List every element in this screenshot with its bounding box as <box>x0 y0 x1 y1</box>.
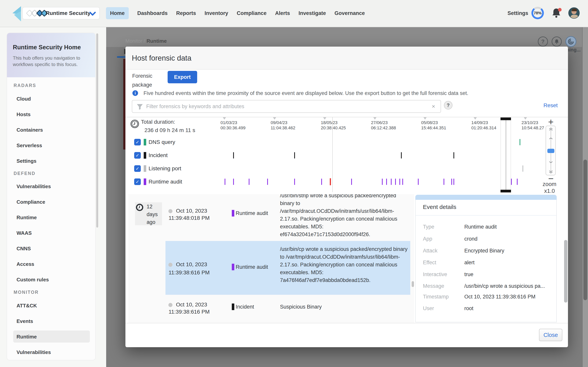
nav-item-home[interactable]: Home <box>106 7 129 19</box>
sidebar-item-vulnerabilities[interactable]: Vulnerabilities <box>17 184 51 190</box>
checkbox-listening-port[interactable]: ✓ <box>134 165 141 172</box>
timeline-cursor-line <box>332 117 333 192</box>
legend-swatch <box>144 139 146 145</box>
nav-item-inventory[interactable]: Inventory <box>205 7 228 19</box>
sidebar-item-containers[interactable]: Containers <box>17 127 43 133</box>
credits-progress-ring[interactable]: 78% <box>531 7 544 19</box>
zoom-level-label: zoom <box>538 181 561 187</box>
timeline-event-tick <box>249 179 250 185</box>
close-button[interactable]: Close <box>539 329 562 341</box>
filter-help-icon[interactable]: ? <box>444 101 452 109</box>
sidebar-item-cnns[interactable]: CNNS <box>17 246 31 252</box>
sidebar: Runtime Security Home This hub offers yo… <box>0 27 106 367</box>
detail-value-interactive: true <box>464 271 474 277</box>
event-details-title: Event details <box>423 204 456 210</box>
event-dot <box>168 303 173 307</box>
sidebar-card: Runtime Security Home This hub offers yo… <box>7 33 96 360</box>
notifications-bell-icon[interactable] <box>550 7 562 19</box>
sidebar-item-waas[interactable]: WAAS <box>17 230 32 236</box>
nav-item-compliance[interactable]: Compliance <box>237 7 267 19</box>
relative-time-badge: 12daysago <box>135 202 162 225</box>
sidebar-item-runtime[interactable]: Runtime <box>17 334 37 340</box>
timeline-tick-marker <box>424 117 427 120</box>
chevron-up-icon[interactable] <box>549 137 553 140</box>
chevron-down-icon[interactable] <box>549 161 553 163</box>
timeline-event-tick <box>401 152 402 158</box>
selection-handle-bottom[interactable] <box>501 190 511 192</box>
sidebar-item-att-ck[interactable]: ATT&CK <box>17 303 37 309</box>
sidebar-item-serverless[interactable]: Serverless <box>17 142 42 149</box>
checkbox-dns-query[interactable]: ✓ <box>134 139 141 145</box>
page-scrollbar-thumb[interactable] <box>583 160 587 300</box>
modal-title: Host forensic data <box>132 54 191 62</box>
export-button[interactable]: Export <box>168 71 197 83</box>
timeline-tick-marker <box>323 117 326 120</box>
module-switcher-label: Runtime Security <box>46 10 90 16</box>
event-list[interactable]: 12daysagoOct 10, 202311:39:48:018 PMRunt… <box>128 194 414 323</box>
nav-item-governance[interactable]: Governance <box>334 7 365 19</box>
timeline-event-tick <box>267 179 268 185</box>
detail-value-message: /usr/bin/cp wrote a suspicious pa... <box>464 283 545 289</box>
nav-item-investigate[interactable]: Investigate <box>298 7 326 19</box>
timeline-tick-marker <box>373 117 376 120</box>
info-message: Five hundred events within the time prox… <box>144 90 468 96</box>
bell-icon[interactable] <box>552 36 562 47</box>
legend-label: DNS query <box>148 139 175 145</box>
sidebar-item-settings[interactable]: Settings <box>17 158 36 164</box>
double-chevron-up-icon[interactable] <box>549 128 553 130</box>
legend-swatch <box>144 152 146 159</box>
detail-label-app: App <box>423 236 432 242</box>
event-type-bar <box>232 210 234 217</box>
clear-filter-icon[interactable]: × <box>432 103 435 110</box>
modal-header: Host forensic data <box>125 47 568 69</box>
sidebar-item-access[interactable]: Access <box>17 261 34 267</box>
nav-item-reports[interactable]: Reports <box>176 7 196 19</box>
event-date: Oct 10, 2023 <box>176 208 207 214</box>
event-dot <box>168 209 173 213</box>
reset-link[interactable]: Reset <box>544 102 558 108</box>
module-switcher[interactable]: Runtime Security <box>22 7 100 19</box>
timeline-date-label: 23/10/2310:54:48.27 <box>521 120 544 131</box>
event-message: Suspicious Binary <box>280 303 411 311</box>
sidebar-item-events[interactable]: Events <box>17 318 33 324</box>
total-duration-value: 236 d 09 h 24 m 11 s <box>145 127 195 133</box>
checkbox-incident[interactable]: ✓ <box>134 152 141 159</box>
nav-item-dashboards[interactable]: Dashboards <box>137 7 168 19</box>
detail-value-user: root <box>464 305 474 311</box>
nav-item-settings[interactable]: Settings <box>508 7 528 19</box>
timeline-event-tick <box>294 152 295 158</box>
double-chevron-down-icon[interactable] <box>549 170 553 173</box>
nav-item-alerts[interactable]: Alerts <box>275 7 290 19</box>
user-avatar[interactable] <box>568 7 580 19</box>
legend-label: Listening port <box>148 165 181 172</box>
selection-handle-top[interactable] <box>501 117 511 120</box>
sidebar-scrollbar[interactable] <box>96 33 98 228</box>
detail-label-user: User <box>423 305 434 311</box>
detail-label-message: Message <box>423 283 444 289</box>
zoom-level-value: x1.0 <box>538 188 561 194</box>
timeline-event-tick <box>330 178 331 185</box>
timeline-event-tick <box>391 179 392 185</box>
legend-label: Incident <box>148 152 168 159</box>
help-icon[interactable]: ? <box>538 36 548 47</box>
timeline-event-tick <box>519 139 520 145</box>
zoom-slider-handle[interactable] <box>547 149 554 153</box>
sidebar-item-compliance[interactable]: Compliance <box>17 199 45 205</box>
legend-swatch <box>144 178 146 185</box>
checkbox-runtime-audit[interactable]: ✓ <box>134 178 141 185</box>
page-scrollbar[interactable] <box>582 27 588 367</box>
detail-label-type: Type <box>423 224 434 230</box>
sidebar-card-header: Runtime Security Home This hub offers yo… <box>7 33 95 77</box>
sidebar-item-runtime[interactable]: Runtime <box>17 215 37 221</box>
sidebar-item-vulnerabilities[interactable]: Vulnerabilities <box>17 349 51 355</box>
timeline-selection-window[interactable] <box>501 117 511 192</box>
filter-input[interactable] <box>146 101 422 112</box>
sidebar-item-cloud[interactable]: Cloud <box>17 96 31 102</box>
modal-scrollbar-thumb[interactable] <box>564 240 567 302</box>
funnel-icon <box>137 104 143 110</box>
zoom-slider[interactable] <box>546 126 556 175</box>
sidebar-item-custom-rules[interactable]: Custom rules <box>17 277 49 283</box>
event-time: 11:39:38:616 PM <box>169 269 210 276</box>
sidebar-item-hosts[interactable]: Hosts <box>17 111 31 117</box>
list-scrollbar-thumb[interactable] <box>412 281 414 287</box>
